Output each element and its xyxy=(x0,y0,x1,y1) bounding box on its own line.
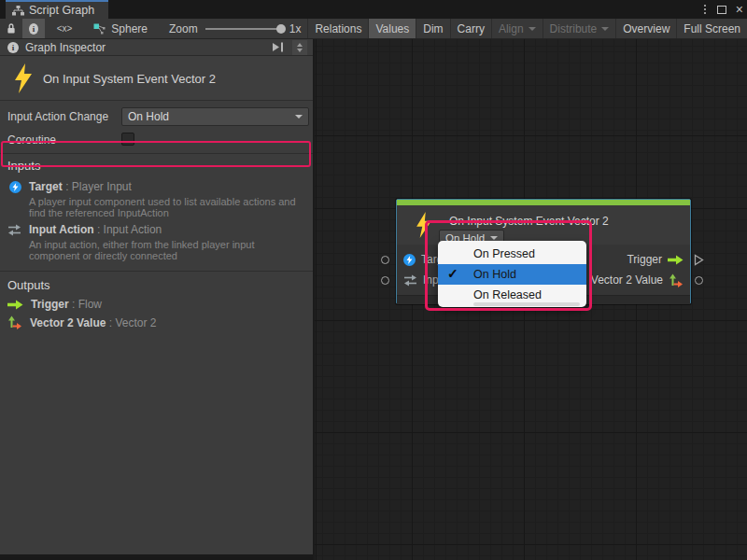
chevron-down-icon xyxy=(297,49,303,52)
node-header: On Input System Event Vector 2 On Hold xyxy=(397,205,690,245)
vector2-icon xyxy=(669,273,684,287)
code-view-button[interactable]: <x> xyxy=(53,19,76,38)
input-item-input-action-desc: An input action, either from the linked … xyxy=(29,239,302,261)
inspector-title: Graph Inspector xyxy=(25,41,106,54)
input-action-icon xyxy=(7,224,21,236)
flow-arrow-icon xyxy=(7,300,23,310)
vector2-icon xyxy=(7,315,22,329)
carry-button[interactable]: Carry xyxy=(450,19,491,38)
output-item-vector2: Vector 2 Value : Vector 2 xyxy=(7,315,156,329)
graph-hierarchy-icon xyxy=(12,6,24,16)
zoom-value: 1x xyxy=(289,22,302,35)
dock-panel-icon[interactable] xyxy=(272,42,285,55)
fullscreen-button[interactable]: Full Screen xyxy=(676,19,747,38)
target-port-connector[interactable] xyxy=(381,256,389,264)
tab-title: Script Graph xyxy=(29,4,94,17)
action-dropdown-menu: On Pressed ✓ On Hold On Released xyxy=(438,241,586,307)
chevron-down-icon xyxy=(601,27,609,31)
lightning-bolt-icon xyxy=(13,63,34,93)
event-header-block: On Input System Event Vector 2 xyxy=(0,56,313,101)
inputs-heading: Inputs xyxy=(7,159,40,173)
player-input-icon xyxy=(9,181,21,193)
player-input-icon xyxy=(403,254,416,266)
tab-bar: Script Graph × xyxy=(0,0,747,19)
zoom-control: Zoom 1x xyxy=(162,19,307,38)
coroutine-label: Coroutine xyxy=(7,133,56,147)
vector2-output-port[interactable]: Vector 2 Value xyxy=(591,273,684,287)
align-dropdown-button[interactable]: Align xyxy=(491,19,543,38)
input-action-change-dropdown[interactable]: On Hold xyxy=(121,107,309,126)
menu-item-on-pressed[interactable]: On Pressed xyxy=(438,244,586,264)
menu-scroll-hint xyxy=(473,302,580,306)
info-icon: i xyxy=(7,42,19,53)
zoom-slider[interactable] xyxy=(205,28,282,30)
chevron-down-icon xyxy=(490,236,498,240)
distribute-dropdown-button[interactable]: Distribute xyxy=(543,19,616,38)
input-action-change-label: Input Action Change xyxy=(7,110,108,123)
event-title: On Input System Event Vector 2 xyxy=(43,72,216,86)
overview-button[interactable]: Overview xyxy=(615,19,676,38)
input-action-port-connector[interactable] xyxy=(381,276,389,285)
graph-owner-button[interactable]: Sphere xyxy=(87,19,154,38)
vector2-port-connector[interactable] xyxy=(695,276,703,285)
inspector-toggle-button[interactable]: i xyxy=(22,19,45,38)
graph-owner-label: Sphere xyxy=(111,22,148,35)
code-icon: <x> xyxy=(57,23,73,34)
chevron-down-icon xyxy=(295,115,303,119)
input-item-input-action: Input Action : Input Action xyxy=(7,223,162,236)
input-action-change-row: Input Action Change On Hold xyxy=(0,102,313,130)
toolbar-button-group: Relations Values Dim Carry Align Distrib… xyxy=(307,19,747,38)
checkmark-icon: ✓ xyxy=(447,266,458,281)
flow-arrow-icon xyxy=(668,255,684,265)
relations-button[interactable]: Relations xyxy=(307,19,368,38)
coroutine-row: Coroutine xyxy=(0,131,313,149)
graph-toolbar: i <x> Sphere Zoom 1x Relations xyxy=(0,19,747,39)
maximize-icon[interactable] xyxy=(717,6,726,14)
output-item-trigger: Trigger : Flow xyxy=(7,298,102,311)
chevron-up-icon xyxy=(297,43,303,47)
script-machine-icon xyxy=(93,23,106,35)
lock-button[interactable] xyxy=(0,19,22,38)
carousel-stepper[interactable] xyxy=(292,40,307,55)
unity-script-graph-window: Script Graph × i <x> xyxy=(0,0,747,560)
node-title: On Input System Event Vector 2 xyxy=(449,215,609,228)
chevron-down-icon xyxy=(529,27,536,31)
menu-item-on-hold[interactable]: ✓ On Hold xyxy=(438,264,586,285)
input-item-target-desc: A player input component used to list av… xyxy=(29,196,302,218)
zoom-slider-knob[interactable] xyxy=(276,24,286,34)
input-action-icon xyxy=(403,274,417,287)
outputs-heading: Outputs xyxy=(7,278,50,292)
trigger-port-connector[interactable] xyxy=(694,254,704,266)
coroutine-checkbox[interactable] xyxy=(121,133,134,146)
tab-script-graph[interactable]: Script Graph xyxy=(6,0,108,19)
dim-button[interactable]: Dim xyxy=(416,19,449,38)
trigger-output-port[interactable]: Trigger xyxy=(627,253,684,266)
lightning-bolt-icon xyxy=(415,212,433,238)
graph-inspector-panel: i Graph Inspector On Input System Event … xyxy=(0,39,313,557)
values-button[interactable]: Values xyxy=(368,19,416,38)
close-icon[interactable]: × xyxy=(736,3,743,16)
window-controls: × xyxy=(702,0,743,19)
inspector-header: i Graph Inspector xyxy=(0,39,313,56)
zoom-label: Zoom xyxy=(169,22,198,35)
lock-icon xyxy=(7,22,16,35)
info-icon: i xyxy=(29,23,38,35)
window-menu-icon[interactable] xyxy=(702,3,708,16)
input-item-target: Target : Player Input xyxy=(9,180,132,193)
